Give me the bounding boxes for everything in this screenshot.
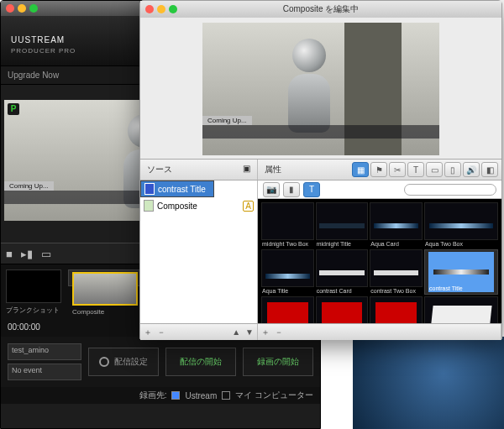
flag-icon[interactable]: ⚑ xyxy=(370,162,387,177)
attributes-header: 属性 xyxy=(261,164,281,175)
template-item[interactable]: Aqua Two Box xyxy=(424,202,498,248)
panel-headers: ソース▣ 属性 ▦ ⚑ ✂ T ▭ ▯ 🔊 ◧ xyxy=(140,159,501,180)
image-icon[interactable]: ▭ xyxy=(426,162,443,177)
crop-icon[interactable]: ✂ xyxy=(389,162,406,177)
source-list: contrast Title Composite A xyxy=(140,180,258,323)
editor-titlebar: Composite を編集中 xyxy=(140,1,501,18)
ustream-label: Ustream xyxy=(185,391,217,400)
text-icon[interactable]: T xyxy=(407,162,424,177)
chroma-icon[interactable]: ◧ xyxy=(481,162,498,177)
template-item[interactable] xyxy=(370,296,423,323)
settings-button[interactable]: 配信設定 xyxy=(88,348,159,376)
template-item[interactable] xyxy=(261,296,314,323)
ustream-checkbox[interactable] xyxy=(171,391,180,400)
stream-select[interactable]: test_amino xyxy=(8,343,81,360)
brand-line1: USTREAM xyxy=(18,35,65,44)
editor-title: Composite を編集中 xyxy=(140,3,501,15)
add-source-button[interactable]: ＋ xyxy=(144,327,152,338)
expand-icon[interactable]: ▣ xyxy=(243,164,250,173)
remove-source-button[interactable]: － xyxy=(157,327,165,338)
brand-line2: PRODUCER PRO xyxy=(11,47,76,55)
lower-third-text: Coming Up... xyxy=(202,116,252,125)
template-item[interactable]: contrast Card xyxy=(316,249,369,295)
remove-template-button[interactable]: － xyxy=(275,327,283,338)
pc-checkbox[interactable] xyxy=(222,391,230,400)
media-icon[interactable]: ▸▮ xyxy=(21,248,33,260)
shot-composite[interactable]: Composite xyxy=(68,269,142,286)
minimize-icon[interactable] xyxy=(18,4,26,13)
shot-label: ブランクショット xyxy=(6,306,61,315)
add-template-button[interactable]: ＋ xyxy=(261,327,270,338)
close-icon[interactable] xyxy=(6,4,14,13)
start-live-button[interactable]: 配信の開始 xyxy=(165,348,236,376)
lower-third-text: Coming Up... xyxy=(4,181,54,191)
text-badge-icon: A xyxy=(243,201,254,212)
camera-icon[interactable]: 📷 xyxy=(263,182,280,197)
brand-logo: UUSTREAM PRODUCER PRO xyxy=(11,28,76,55)
shot-label: Composite xyxy=(72,308,138,316)
event-select[interactable]: No event xyxy=(8,364,81,380)
template-item[interactable] xyxy=(424,296,498,323)
sources-header: ソース▣ xyxy=(140,160,258,180)
lower-third: Coming Up... xyxy=(202,115,439,139)
source-item-composite[interactable]: Composite A xyxy=(140,197,257,214)
desktop-wallpaper xyxy=(353,337,504,429)
layout-icon[interactable]: ▦ xyxy=(352,162,369,177)
editor-body: contrast Title Composite A 📷 ▮ T midnigh… xyxy=(140,180,501,323)
camera-icon[interactable]: ■ xyxy=(6,248,13,260)
screen-icon[interactable]: ▭ xyxy=(41,248,51,260)
template-item[interactable]: Aqua Card xyxy=(370,202,423,248)
footer: 録画先: Ustream マイ コンピューター xyxy=(1,387,320,404)
move-down-button[interactable]: ▼ xyxy=(245,327,254,337)
template-item[interactable]: Aqua Title xyxy=(261,249,314,295)
template-item[interactable] xyxy=(316,296,369,323)
template-item-selected[interactable]: contrast Title xyxy=(424,249,498,295)
composite-editor-window: Composite を編集中 Coming Up... ソース▣ 属性 ▦ ⚑ … xyxy=(139,0,502,339)
start-rec-button[interactable]: 録画の開始 xyxy=(243,348,313,376)
shot-blank[interactable]: ブランクショット xyxy=(6,269,61,315)
editor-preview[interactable]: Coming Up... xyxy=(202,23,439,155)
move-up-button[interactable]: ▲ xyxy=(232,327,240,337)
dest-label: 録画先: xyxy=(139,390,167,401)
control-bar: test_amino No event 配信設定 配信の開始 録画の開始 xyxy=(1,337,320,387)
page-icon[interactable]: ▮ xyxy=(283,182,300,197)
template-grid: midnight Two Box midnight Title Aqua Car… xyxy=(258,199,501,323)
preview-badge: P xyxy=(8,103,19,115)
search-input[interactable] xyxy=(404,184,496,196)
template-toolbar: 📷 ▮ T xyxy=(258,180,501,199)
zoom-icon[interactable] xyxy=(29,4,38,13)
editor-footer: ＋ － ▲ ▼ ＋ － xyxy=(140,323,501,340)
attributes-panel: 📷 ▮ T midnight Two Box midnight Title Aq… xyxy=(258,180,501,323)
template-item[interactable]: contrast Two Box xyxy=(370,249,423,295)
pc-label: マイ コンピューター xyxy=(235,390,313,401)
template-item[interactable]: midnight Title xyxy=(316,202,369,248)
border-icon[interactable]: ▯ xyxy=(444,162,461,177)
source-label: contrast Title xyxy=(158,185,206,194)
audio-icon[interactable]: 🔊 xyxy=(463,162,480,177)
template-item[interactable]: midnight Two Box xyxy=(261,202,314,248)
source-item-title[interactable]: contrast Title xyxy=(140,180,214,197)
text-icon[interactable]: T xyxy=(303,182,320,197)
source-label: Composite xyxy=(157,201,197,211)
